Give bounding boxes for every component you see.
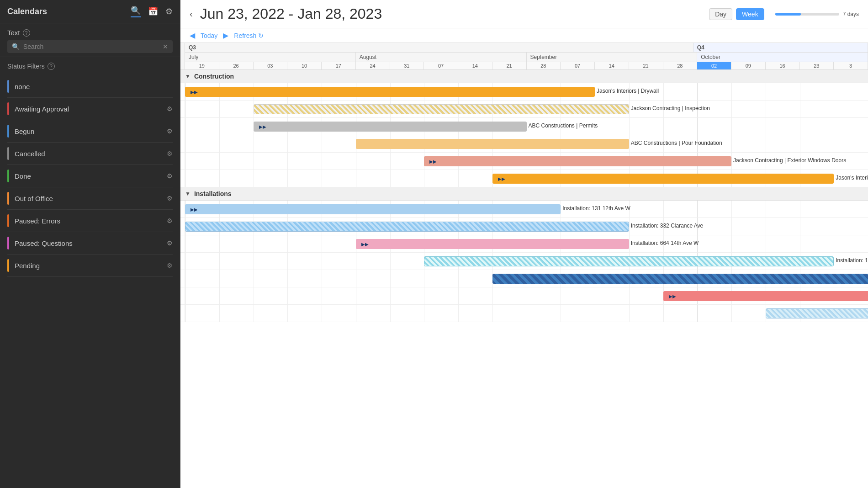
grid-line	[834, 253, 834, 270]
grid-line	[458, 287, 459, 304]
gantt-bar-construction-5[interactable]	[492, 174, 834, 184]
gantt-timeline-construction-0: Jason's Interiors | Drywall	[185, 83, 868, 100]
filter-item-begun[interactable]: Begun ⚙	[7, 120, 173, 143]
gantt-bar-installations-0[interactable]	[185, 204, 561, 214]
gantt-bar-construction-3[interactable]	[356, 139, 629, 149]
calendar-icon[interactable]: 📅	[148, 6, 158, 16]
grid-line	[458, 170, 459, 187]
filter-item-pending[interactable]: Pending ⚙	[7, 255, 173, 277]
section-label-construction: Construction	[194, 73, 234, 80]
grid-line	[287, 135, 288, 152]
grid-line	[287, 153, 288, 170]
bar-float-label-installations-3: Installation: 13200 Pine S	[836, 257, 868, 264]
filter-gear-icon[interactable]: ⚙	[167, 172, 173, 180]
today-button[interactable]: Today	[201, 32, 217, 39]
row-spacer	[180, 101, 185, 117]
filter-item-paused_errors[interactable]: Paused: Errors ⚙	[7, 210, 173, 232]
day-view-button[interactable]: Day	[709, 8, 732, 20]
status-filters-help-icon[interactable]: ?	[48, 63, 55, 70]
grid-line	[356, 287, 356, 304]
gantt-timeline-installations-2: Installation: 664 14th Ave W	[185, 235, 868, 252]
section-installations[interactable]: ▼ Installations	[180, 187, 868, 201]
grid-line	[322, 135, 322, 152]
grid-line	[766, 235, 766, 252]
grid-line	[254, 153, 254, 170]
filter-gear-icon[interactable]: ⚙	[167, 217, 173, 224]
gantt-bar-construction-0[interactable]	[185, 87, 595, 97]
grid-line	[185, 287, 185, 304]
refresh-button[interactable]: Refresh ↻	[234, 32, 264, 39]
gantt-bar-installations-4[interactable]	[492, 274, 868, 284]
gantt-row-installations-4: Installation: 12332 Aurora Ave	[180, 270, 868, 287]
filter-color-bar	[7, 214, 9, 227]
grid-line	[629, 218, 630, 235]
grid-line	[629, 305, 630, 322]
help-icon[interactable]: ?	[23, 29, 30, 37]
grid-line	[185, 118, 185, 135]
search-input[interactable]	[23, 43, 159, 50]
gantt-bar-installations-2[interactable]	[356, 239, 629, 249]
grid-line	[254, 135, 254, 152]
gantt-timeline-construction-4: Jackson Contracting | Exterior Windows D…	[185, 153, 868, 170]
gantt-bar-installations-1[interactable]	[185, 222, 629, 232]
sidebar: Calendars 🔍 📅 ⚙ Text ? 🔍 ✕ Status Filter…	[0, 0, 180, 488]
quarter-row: Q3 Q4	[185, 43, 868, 53]
filter-list: none Awaiting Approval ⚙ Begun ⚙ Cancell…	[7, 75, 173, 277]
filter-gear-icon[interactable]: ⚙	[167, 105, 173, 112]
grid-line	[322, 287, 322, 304]
grid-line	[800, 201, 800, 217]
gantt-row-construction-4: Jackson Contracting | Exterior Windows D…	[180, 153, 868, 170]
nav-back-arrow[interactable]: ◀	[190, 31, 195, 40]
filter-item-paused_questions[interactable]: Paused: Questions ⚙	[7, 232, 173, 255]
grid-line	[629, 287, 630, 304]
week-cell-2: 03	[254, 62, 288, 69]
filter-gear-icon[interactable]: ⚙	[167, 150, 173, 157]
week-cell-10: 28	[527, 62, 561, 69]
grid-line	[390, 287, 391, 304]
week-cell-14: 28	[663, 62, 698, 69]
grid-line	[834, 135, 834, 152]
row-spacer	[180, 235, 185, 252]
search-icon[interactable]: 🔍	[131, 5, 141, 17]
week-view-button[interactable]: Week	[736, 8, 764, 20]
gantt-row-installations-5: Installation: 1000 14th Ave N	[180, 287, 868, 305]
grid-line	[219, 305, 220, 322]
filter-item-none[interactable]: none	[7, 75, 173, 98]
grid-line	[595, 83, 595, 100]
bar-float-label-installations-0: Installation: 131 12th Ave W	[562, 205, 630, 212]
gantt-row-construction-5: Jason's Interiors | Fixtures & Outlets	[180, 170, 868, 187]
calendar-area: Q3 Q4 July August September October 1926…	[180, 43, 868, 488]
filter-item-done[interactable]: Done ⚙	[7, 165, 173, 187]
timeline-header: Q3 Q4 July August September October 1926…	[180, 43, 868, 70]
filter-label: Begun	[15, 127, 167, 135]
bar-float-label-installations-1: Installation: 332 Clarance Ave	[631, 223, 704, 229]
grid-line	[800, 218, 800, 235]
gantt-bar-construction-1[interactable]	[254, 104, 629, 114]
gantt-bar-installations-3[interactable]	[424, 256, 834, 266]
grid-line	[697, 83, 698, 100]
gantt-bar-construction-2[interactable]	[254, 122, 527, 132]
row-spacer	[180, 287, 185, 304]
gantt-bar-installations-6[interactable]	[766, 308, 868, 318]
filter-gear-icon[interactable]: ⚙	[167, 127, 173, 135]
filter-item-awaiting_approval[interactable]: Awaiting Approval ⚙	[7, 98, 173, 120]
filter-gear-icon[interactable]: ⚙	[167, 239, 173, 247]
gantt-bar-installations-5[interactable]	[663, 291, 868, 301]
status-filters-label: Status Filters	[7, 63, 45, 70]
section-construction[interactable]: ▼ Construction	[180, 70, 868, 83]
filter-gear-icon[interactable]: ⚙	[167, 262, 173, 269]
grid-line	[800, 235, 800, 252]
filter-item-out_of_office[interactable]: Out of Office ⚙	[7, 187, 173, 210]
filter-item-cancelled[interactable]: Cancelled ⚙	[7, 143, 173, 165]
nav-prev-button[interactable]: ‹	[190, 9, 193, 19]
grid-line	[287, 235, 288, 252]
settings-icon[interactable]: ⚙	[165, 6, 173, 16]
bar-float-label-construction-3: ABC Constructions | Pour Foundation	[631, 140, 722, 146]
row-spacer	[180, 201, 185, 217]
grid-line	[322, 253, 322, 270]
week-row: 192603101724310714212807142128020916233	[185, 62, 868, 69]
clear-icon[interactable]: ✕	[163, 43, 168, 50]
gantt-bar-construction-4[interactable]	[424, 156, 731, 166]
nav-forward-arrow[interactable]: ▶	[223, 31, 228, 40]
filter-gear-icon[interactable]: ⚙	[167, 195, 173, 202]
